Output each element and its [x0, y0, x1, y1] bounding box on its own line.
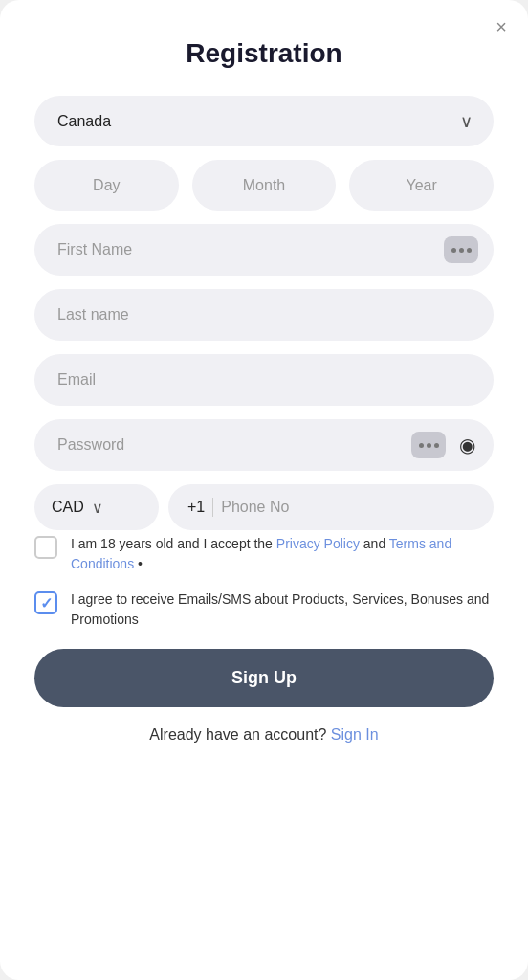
- password-dots-icon: [411, 432, 446, 458]
- phone-country-chevron-icon: ∨: [92, 499, 103, 517]
- month-select-wrapper[interactable]: Month: [192, 160, 337, 211]
- phone-dial-code: +1: [187, 499, 205, 516]
- first-name-input[interactable]: [34, 224, 494, 276]
- marketing-checkbox[interactable]: ✓: [34, 591, 57, 614]
- email-input[interactable]: [34, 354, 494, 406]
- checkbox-section: I am 18 years old and I accept the Priva…: [34, 534, 494, 630]
- country-select-wrapper[interactable]: Canada United States United Kingdom Aust…: [34, 96, 494, 146]
- phone-input[interactable]: [221, 499, 474, 516]
- last-name-input[interactable]: [34, 289, 494, 341]
- phone-row: CAD ∨ +1: [34, 484, 494, 530]
- close-button[interactable]: ×: [495, 17, 507, 36]
- signin-link[interactable]: Sign In: [331, 726, 379, 743]
- signup-button[interactable]: Sign Up: [34, 649, 494, 707]
- terms-text-after: •: [134, 556, 143, 571]
- phone-country-selector[interactable]: CAD ∨: [34, 484, 159, 530]
- terms-text-before: I am 18 years old and I accept the: [71, 536, 276, 551]
- eye-icon[interactable]: ◉: [453, 432, 480, 458]
- terms-text-middle: and: [360, 536, 389, 551]
- terms-checkbox[interactable]: [34, 536, 57, 559]
- privacy-policy-link[interactable]: Privacy Policy: [276, 536, 360, 551]
- country-select[interactable]: Canada United States United Kingdom Aust…: [34, 96, 494, 146]
- phone-country-code: CAD: [52, 499, 84, 516]
- marketing-text: I agree to receive Emails/SMS about Prod…: [71, 590, 494, 630]
- registration-form: Canada United States United Kingdom Aust…: [34, 96, 494, 530]
- marketing-checkbox-row: ✓ I agree to receive Emails/SMS about Pr…: [34, 590, 494, 630]
- first-name-wrapper: [34, 224, 494, 276]
- month-select[interactable]: [192, 160, 337, 211]
- day-select[interactable]: [34, 160, 179, 211]
- first-name-dots-icon: [444, 236, 478, 263]
- email-wrapper: [34, 354, 494, 406]
- password-wrapper: ◉: [34, 419, 494, 471]
- terms-text: I am 18 years old and I accept the Priva…: [71, 534, 494, 574]
- password-icons: ◉: [411, 432, 480, 458]
- dob-row: Day Month Year: [34, 160, 494, 211]
- registration-modal: × Registration Canada United States Unit…: [0, 0, 528, 980]
- day-select-wrapper[interactable]: Day: [34, 160, 179, 211]
- phone-divider: [212, 498, 213, 517]
- checkmark-icon: ✓: [40, 594, 53, 612]
- year-select-wrapper[interactable]: Year: [349, 160, 494, 211]
- already-text: Already have an account?: [149, 726, 326, 743]
- year-select[interactable]: [349, 160, 494, 211]
- page-title: Registration: [34, 38, 494, 69]
- phone-number-wrapper: +1: [168, 484, 494, 530]
- terms-checkbox-row: I am 18 years old and I accept the Priva…: [34, 534, 494, 574]
- signin-row: Already have an account? Sign In: [149, 726, 378, 744]
- last-name-wrapper: [34, 289, 494, 341]
